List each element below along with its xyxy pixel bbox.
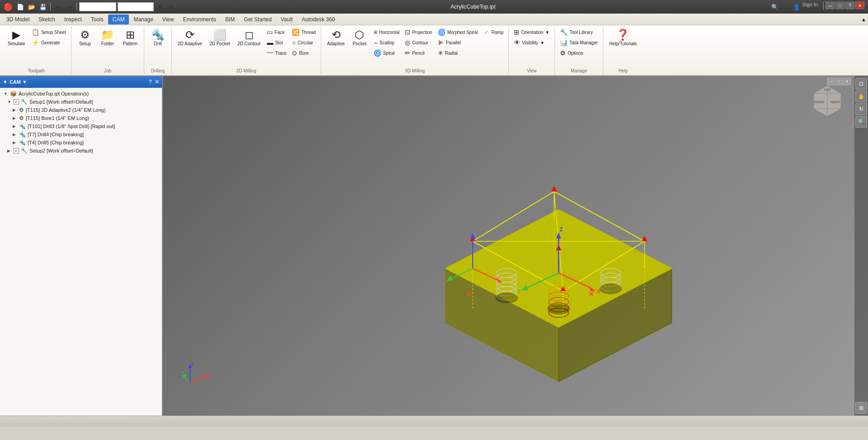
svg-text:Y: Y xyxy=(517,288,521,295)
tree-op-3[interactable]: ▶ 🔩 [T7] Drill4 [Chip breaking] xyxy=(0,130,162,139)
menu-get-started[interactable]: Get Started xyxy=(239,14,276,24)
orientation-btn[interactable]: ⊞ Orientation ▼ xyxy=(512,27,552,37)
save-btn[interactable]: 💾 xyxy=(38,2,48,12)
tree-op1-label: [T115] Bore1 (1/4" EM Long) xyxy=(26,115,89,121)
slot-btn[interactable]: ▬ Slot xyxy=(265,38,289,48)
ramp-btn[interactable]: ⟋ Ramp xyxy=(481,27,506,37)
pencil-btn[interactable]: ✏ Pencil xyxy=(403,48,434,58)
job-buttons: ⚙ Setup 📁 Folder ⊞ Pattern xyxy=(74,27,141,67)
minimize-btn[interactable]: — xyxy=(825,2,835,9)
circular-btn[interactable]: ○ Circular xyxy=(289,38,318,48)
tree-op-1[interactable]: ▶ ⚙ [T115] Bore1 (1/4" EM Long) xyxy=(0,114,162,122)
setup-sheet-btn[interactable]: 📋 Setup Sheet xyxy=(29,27,68,37)
panel-help-btn[interactable]: ? xyxy=(149,79,152,85)
tree-setup2[interactable]: ▶ 🔧 Setup2 [Work offset=Default] xyxy=(0,147,162,155)
tree-setup1[interactable]: ▼ 🔧 Setup1 [Work offset=Default] xyxy=(0,98,162,106)
visibility-icon: 👁 xyxy=(514,39,520,46)
adaptive-btn[interactable]: ⟲ Adaptive xyxy=(324,27,348,48)
panel-close-btn[interactable]: ✕ xyxy=(155,79,159,85)
open-btn[interactable]: 📂 xyxy=(27,2,37,12)
options-btn[interactable]: ⚙ Options xyxy=(558,48,600,58)
folder-btn[interactable]: 📁 Folder xyxy=(97,27,119,48)
orbit-btn[interactable]: ↻ xyxy=(855,103,867,115)
radial-btn[interactable]: ✳ Radial xyxy=(436,48,480,58)
horizontal-btn[interactable]: ≡ Horizontal xyxy=(371,27,402,37)
drill-btn[interactable]: 🔩 Drill xyxy=(147,27,169,48)
tree-op-0[interactable]: ▶ ⚙ [T115] 2D Adaptive2 (1/4" EM Long) xyxy=(0,106,162,114)
maximize-btn[interactable]: □ xyxy=(835,2,844,9)
setup-btn[interactable]: ⚙ Setup xyxy=(74,27,96,48)
settings-btn[interactable]: ⚙ xyxy=(155,2,165,12)
2d-adaptive-btn[interactable]: ⟳ 2D Adaptive xyxy=(175,27,205,48)
contour-btn[interactable]: ◎ Contour xyxy=(403,38,434,48)
menu-3dmodel[interactable]: 3D Model xyxy=(2,14,34,24)
parallel-btn[interactable]: ⫸ Parallel xyxy=(436,38,480,48)
viewport[interactable]: — □ ✕ xyxy=(163,76,868,416)
material-dropdown[interactable]: PET Plastic ▼ xyxy=(79,2,116,11)
menu-inspect[interactable]: Inspect xyxy=(60,14,86,24)
panel-title[interactable]: CAM ▼ xyxy=(9,79,27,85)
undo-btn[interactable]: ↩ xyxy=(53,2,63,12)
tool-library-btn[interactable]: 🔧 Tool Library xyxy=(558,27,600,37)
new-btn[interactable]: 📄 xyxy=(15,2,25,12)
op3-icon: 🔩 xyxy=(19,131,26,138)
op1-icon: ⚙ xyxy=(19,115,24,121)
simulate-icon: ▶ xyxy=(12,29,20,40)
setup1-checkbox[interactable] xyxy=(14,99,19,105)
tree-op-4[interactable]: ▶ 🔩 [T4] Drill5 [Chip breaking] xyxy=(0,139,162,147)
help-tutorials-btn[interactable]: ❓ Help/Tutorials xyxy=(606,27,640,48)
ramp-icon: ⟋ xyxy=(483,29,489,36)
bookmark-btn[interactable]: ☆ xyxy=(781,2,791,12)
generate-btn[interactable]: ⚡ Generate xyxy=(29,38,68,48)
thread-btn[interactable]: 🔀 Thread xyxy=(289,27,318,37)
sign-in-label[interactable]: Sign In xyxy=(802,2,818,12)
tree-op-2[interactable]: ▶ 🔩 [T101] Drill3 (1/8" Spot Drill) [Rap… xyxy=(0,122,162,130)
bore-btn[interactable]: ⊙ Bore xyxy=(289,48,318,58)
pattern-btn[interactable]: ⊞ Pattern xyxy=(119,27,141,48)
tree-root[interactable]: ▼ 📦 AcrylicCubeTop.ipt Operation(s) xyxy=(0,90,162,98)
full-nav-btn[interactable]: ⊞ xyxy=(855,402,867,414)
menu-bim[interactable]: BIM xyxy=(221,14,239,24)
menu-environments[interactable]: Environments xyxy=(179,14,221,24)
menu-tools[interactable]: Tools xyxy=(86,14,108,24)
redo-btn[interactable]: ↪ xyxy=(64,2,74,12)
visibility-btn[interactable]: 👁 Visibility ▼ xyxy=(512,38,552,48)
simulate-btn[interactable]: ▶ Simulate xyxy=(5,27,28,48)
setup2-checkbox[interactable] xyxy=(14,148,19,153)
appearance-dropdown[interactable]: Polycarb ▼ xyxy=(118,2,154,11)
separator2 xyxy=(76,3,77,11)
viewcube[interactable]: TOP FRONT RIGHT xyxy=(809,83,845,120)
zoom-extents-btn[interactable]: ⊡ xyxy=(855,78,867,90)
pocket-btn[interactable]: ⬡ Pocket xyxy=(349,27,370,48)
zoom-btn[interactable]: 🔍 xyxy=(855,116,867,128)
close-btn[interactable]: ✕ xyxy=(855,2,864,9)
menu-view[interactable]: View xyxy=(158,14,179,24)
search-btn[interactable]: 🔍 xyxy=(770,2,780,12)
formula-btn[interactable]: fx xyxy=(166,2,176,12)
morphed-spiral-btn[interactable]: 🌀 Morphed Spiral xyxy=(436,27,480,37)
projection-btn[interactable]: ⊡ Projection xyxy=(403,27,434,37)
trace-btn[interactable]: 〰 Trace xyxy=(265,48,289,58)
op1-expand-icon: ▶ xyxy=(13,116,17,120)
window-title: AcrylicCubeTop.ipt xyxy=(176,4,770,10)
2d-contour-btn[interactable]: ◻ 2D Contour xyxy=(234,27,264,48)
toolpath-col: 📋 Setup Sheet ⚡ Generate xyxy=(29,27,68,48)
task-manager-btn[interactable]: 📊 Task Manager xyxy=(558,38,600,48)
menu-sketch[interactable]: Sketch xyxy=(34,14,60,24)
menu-cam[interactable]: CAM xyxy=(108,14,129,24)
menu-vault[interactable]: Vault xyxy=(276,14,297,24)
menu-manage[interactable]: Manage xyxy=(129,14,157,24)
3dmilling-col4: ⟋ Ramp xyxy=(481,27,506,37)
account-btn[interactable]: 👤 xyxy=(792,2,802,12)
ribbon-expand-icon[interactable]: ▲ xyxy=(861,17,866,22)
svg-text:TOP: TOP xyxy=(824,88,831,92)
menu-autodesk-360[interactable]: Autodesk 360 xyxy=(297,14,339,24)
face-btn[interactable]: ▭ Face xyxy=(265,27,289,37)
title-bar-left: 🔴 📄 📂 💾 ↩ ↪ PET Plastic ▼ Polycarb ▼ ⚙ f… xyxy=(4,2,176,12)
pan-btn[interactable]: ✋ xyxy=(855,91,867,102)
help-btn[interactable]: ? xyxy=(845,2,854,9)
spiral-btn[interactable]: 🌀 Spiral xyxy=(371,48,402,58)
scallop-btn[interactable]: ⌢ Scallop xyxy=(371,38,402,48)
2d-pocket-btn[interactable]: ⬜ 2D Pocket xyxy=(206,27,233,48)
help-buttons: ❓ Help/Tutorials xyxy=(606,27,640,67)
